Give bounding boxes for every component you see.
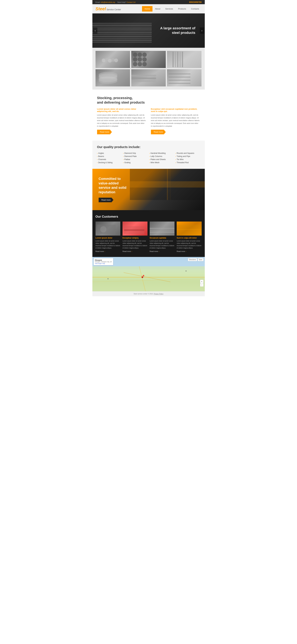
product-diamond-grip: › Diamond Grip	[123, 152, 148, 155]
map-view-larger[interactable]: View larger map	[95, 263, 105, 264]
product-handrail: › Handrail Moulding	[149, 152, 174, 155]
chevron-icon: ›	[149, 158, 150, 160]
chevron-icon: ›	[123, 162, 124, 164]
footer: Steel service center © 2016. Privacy Pol…	[92, 291, 205, 296]
map-info-box: Glasgow Glasgow, Glasgow City, UK View l…	[94, 258, 113, 265]
customer-read-more-2[interactable]: Read more ›	[122, 250, 148, 252]
hero-banner: ‹ A large assortment of steel products ›	[92, 14, 205, 48]
svg-point-63	[186, 270, 186, 272]
customer-read-more-4[interactable]: Read more ›	[177, 250, 202, 252]
customer-image-2	[122, 222, 148, 236]
products-list-heading: Our quality products include:	[97, 145, 200, 149]
svg-rect-35	[131, 75, 156, 76]
svg-point-19	[133, 57, 137, 62]
svg-rect-52	[150, 230, 175, 231]
svg-rect-29	[182, 52, 183, 67]
hero-prev-button[interactable]: ‹	[93, 28, 98, 34]
col1-read-more-button[interactable]: Read more	[97, 130, 112, 134]
nav-about[interactable]: About	[152, 6, 163, 12]
chevron-icon: ›	[97, 152, 98, 154]
stocking-heading: Stocking, processing, and delivering ste…	[97, 96, 200, 105]
stocking-columns: Lorem ipsum dolor sit amet conse ctetur …	[97, 108, 200, 134]
svg-rect-2	[92, 26, 152, 28]
nav-contacts[interactable]: Contacts	[188, 6, 202, 12]
customer-read-more-3[interactable]: Read more ›	[150, 250, 175, 252]
email-link[interactable]: info@demolink.org	[101, 1, 115, 3]
map-placeholder: Glasgow Glasgow, Glasgow City, UK View l…	[92, 257, 205, 291]
committed-heading: Committed to value-added service and sol…	[99, 176, 126, 194]
product-threaded-rod: › Threaded Rod	[176, 161, 200, 164]
chevron-icon: ›	[123, 156, 124, 157]
products-grid: › Angles › Beams › Channels › Decking & …	[97, 152, 200, 164]
products-col1: › Angles › Beams › Channels › Decking & …	[97, 152, 122, 164]
gallery-item-6	[167, 69, 202, 86]
svg-rect-26	[175, 52, 176, 67]
col1-subtitle: Lorem ipsum dolor sit amet conse ctetur …	[97, 108, 146, 112]
map-zoom-in-button[interactable]: +	[200, 280, 204, 283]
col2-read-more-button[interactable]: Read more	[151, 130, 166, 134]
arrow-icon: ›	[132, 250, 132, 252]
arrow-icon: ›	[159, 250, 159, 252]
header: Steel Service Center Home About Services…	[92, 4, 205, 14]
chevron-icon: ›	[149, 156, 150, 157]
customer-text-1: Lorem ipsum dolor sit amet conse ctetur …	[96, 240, 120, 249]
svg-point-24	[142, 62, 147, 66]
nav-products[interactable]: Products	[176, 6, 188, 12]
svg-point-20	[138, 57, 142, 62]
customer-card-2: Excepteur sintprq Lorem ipsum dolor sit …	[122, 222, 148, 252]
chevron-icon: ›	[123, 152, 124, 154]
customer-card-3: Occaecat cupidata Lorem ipsum dolor sit …	[150, 222, 175, 252]
product-lally: › Lally Columns	[149, 155, 174, 158]
svg-point-11	[102, 58, 106, 62]
chevron-icon: ›	[149, 162, 150, 164]
nav-services[interactable]: Services	[163, 6, 176, 12]
map-directions-button[interactable]: Directions	[188, 258, 197, 261]
nav-home[interactable]: Home	[142, 6, 152, 12]
gallery-item-2	[131, 51, 166, 68]
chevron-icon: ›	[123, 158, 124, 160]
map-controls: Directions Save	[188, 258, 203, 261]
committed-content: Committed to value-added service and sol…	[99, 176, 126, 202]
customer-title-3: Occaecat cupidata	[150, 237, 175, 239]
svg-point-34	[99, 78, 117, 84]
products-col3: › Handrail Moulding › Lally Columns › Pl…	[149, 152, 174, 164]
map-save-button[interactable]: Save	[198, 258, 204, 261]
gallery-item-5	[131, 69, 166, 86]
contact-link[interactable]: Contact Us!	[127, 1, 136, 3]
map-city: Glasgow	[95, 259, 112, 261]
chevron-icon: ›	[97, 156, 98, 157]
customers-heading: Our Customers	[96, 215, 202, 218]
customer-title-1: Lorem ipsum dolor	[96, 237, 120, 239]
customer-text-3: Lorem ipsum dolor sit amet conse ctetur …	[150, 240, 175, 249]
product-plates: › Plates and Sheets	[149, 158, 174, 161]
main-nav: Home About Services Products Contacts	[142, 6, 202, 12]
product-decking: › Decking & Siding	[97, 161, 122, 164]
customer-image-4	[177, 222, 202, 236]
arrow-icon: ›	[186, 250, 186, 252]
col1-body: Lorem ipsum dolor sit amet conse ctetur …	[97, 114, 146, 128]
map-section: Glasgow Glasgow, Glasgow City, UK View l…	[92, 257, 205, 291]
svg-point-23	[138, 62, 142, 66]
gallery-item-1	[96, 51, 130, 68]
product-tubing: › Tubing and Pipe	[176, 155, 200, 158]
product-grating: › Grating	[123, 161, 148, 164]
customer-card-4: Sunt in culpa elit dolor Lorem ipsum dol…	[177, 222, 202, 252]
svg-rect-51	[150, 228, 175, 229]
arrow-icon: ›	[104, 250, 105, 252]
email-info: Email: info@demolink.org Need help? Cont…	[96, 1, 136, 3]
chevron-icon: ›	[176, 156, 176, 157]
svg-rect-54	[177, 225, 202, 236]
customers-grid: Lorem ipsum dolor Lorem ipsum dolor sit …	[96, 222, 202, 252]
chevron-icon: ›	[97, 162, 98, 164]
hero-content: A large assortment of steel products	[152, 26, 205, 35]
customer-read-more-1[interactable]: Read more ›	[96, 250, 120, 252]
logo-steel: Steel	[96, 6, 106, 12]
svg-rect-1	[92, 25, 152, 26]
privacy-policy-link[interactable]: Privacy Policy	[154, 293, 164, 295]
customer-title-2: Excepteur sintprq	[122, 237, 148, 239]
products-col2: › Diamond Grip › Diamond Plate › Flatbar…	[123, 152, 148, 164]
map-zoom-out-button[interactable]: −	[200, 283, 204, 286]
committed-read-more-button[interactable]: Read more	[99, 198, 114, 202]
hero-next-button[interactable]: ›	[200, 28, 204, 34]
chevron-icon: ›	[149, 152, 150, 154]
